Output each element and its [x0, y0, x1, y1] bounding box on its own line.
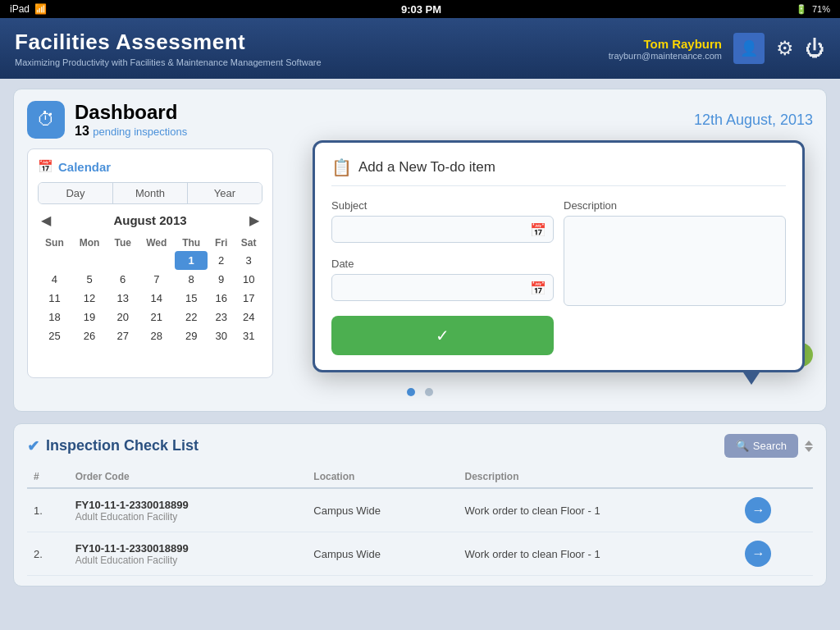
- calendar-day[interactable]: 26: [71, 326, 107, 345]
- table-row: 1. FY10-11-1-2330018899 Adult Education …: [27, 488, 813, 532]
- status-bar: iPad 📶 9:03 PM 🔋 71%: [0, 0, 840, 18]
- description-group: Description: [564, 199, 786, 306]
- pending-inspections[interactable]: 13 pending inspections: [75, 124, 187, 139]
- calendar-day[interactable]: 11: [38, 289, 71, 308]
- table-row: 2. FY10-11-1-2330018899 Adult Education …: [27, 532, 813, 576]
- calendar-day[interactable]: 12: [71, 289, 107, 308]
- row-num: 2.: [27, 532, 69, 576]
- dot-2[interactable]: [425, 388, 433, 396]
- inspection-header: ✔ Inspection Check List 🔍 Search: [27, 434, 813, 458]
- calendar-day[interactable]: 29: [175, 326, 208, 345]
- modal-form: Subject 📅 Description: [331, 199, 786, 355]
- action-cell[interactable]: →: [738, 532, 813, 576]
- tab-year[interactable]: Year: [188, 183, 262, 203]
- calendar-day[interactable]: 27: [107, 326, 138, 345]
- modal-title: 📋 Add a New To-do item: [331, 158, 786, 186]
- calendar-day[interactable]: 30: [208, 326, 235, 345]
- calendar-day[interactable]: 1: [175, 251, 208, 270]
- location-cell: Campus Wide: [307, 488, 458, 532]
- user-email: trayburn@maintenance.com: [609, 51, 722, 61]
- search-label: Search: [753, 440, 787, 452]
- calendar-day[interactable]: 22: [175, 308, 208, 326]
- calendar-day[interactable]: 18: [38, 308, 71, 326]
- subject-input-wrapper: 📅: [331, 216, 554, 243]
- calendar-day[interactable]: 13: [107, 289, 138, 308]
- calendar-day: [107, 251, 138, 270]
- device-label: iPad: [10, 3, 30, 15]
- subject-calendar-icon: 📅: [530, 221, 546, 237]
- calendar-day[interactable]: 3: [235, 251, 262, 270]
- location-cell: Campus Wide: [307, 532, 458, 576]
- calendar-day[interactable]: 20: [107, 308, 138, 326]
- calendar-grid: Sun Mon Tue Wed Thu Fri Sat 123456789101…: [38, 235, 262, 345]
- main-content: ⏱ Dashboard 13 pending inspections 12th …: [0, 79, 840, 630]
- calendar-day[interactable]: 23: [208, 308, 235, 326]
- app-header: Facilities Assessment Maximizing Product…: [0, 18, 840, 79]
- battery-icon: 🔋: [796, 4, 807, 15]
- avatar: 👤: [733, 33, 765, 64]
- col-order-code: Order Code: [69, 466, 308, 488]
- row-arrow-button[interactable]: →: [745, 541, 771, 567]
- cal-next-button[interactable]: ▶: [249, 212, 259, 228]
- calendar-title: 📅 Calendar: [38, 159, 262, 174]
- dot-1[interactable]: [407, 388, 415, 396]
- calendar-day[interactable]: 7: [138, 270, 175, 289]
- date-input-wrapper: 📅: [331, 274, 554, 301]
- calendar-day[interactable]: 5: [71, 270, 107, 289]
- col-action: [738, 466, 813, 488]
- calendar-day: [71, 251, 107, 270]
- col-num: #: [27, 466, 69, 488]
- calendar-day[interactable]: 24: [235, 308, 262, 326]
- modal-title-text: Add a New To-do item: [358, 159, 495, 176]
- calendar-icon: 📅: [38, 159, 53, 174]
- calendar-day[interactable]: 17: [235, 289, 262, 308]
- tab-month[interactable]: Month: [113, 183, 188, 203]
- cal-month-year: August 2013: [113, 213, 186, 227]
- app-title-area: Facilities Assessment Maximizing Product…: [15, 30, 322, 67]
- calendar-day[interactable]: 4: [38, 270, 71, 289]
- calendar-day[interactable]: 14: [138, 289, 175, 308]
- calendar-day[interactable]: 9: [208, 270, 235, 289]
- calendar-day[interactable]: 6: [107, 270, 138, 289]
- calendar-day[interactable]: 8: [175, 270, 208, 289]
- calendar-day[interactable]: 2: [208, 251, 235, 270]
- inspection-title-text: Inspection Check List: [46, 437, 199, 454]
- calendar-day: [138, 251, 175, 270]
- calendar-day[interactable]: 15: [175, 289, 208, 308]
- calendar-day[interactable]: 31: [235, 326, 262, 345]
- table-header: # Order Code Location Description: [27, 466, 813, 488]
- calendar-day[interactable]: 25: [38, 326, 71, 345]
- inspection-table: # Order Code Location Description 1. FY1…: [27, 466, 813, 576]
- calendar-day[interactable]: 10: [235, 270, 262, 289]
- tab-day[interactable]: Day: [39, 183, 113, 203]
- status-right: 🔋 71%: [796, 4, 830, 15]
- description-input-wrapper: [564, 216, 786, 306]
- dashboard-icon: ⏱: [27, 101, 65, 139]
- power-icon[interactable]: ⏻: [806, 37, 825, 60]
- row-num: 1.: [27, 488, 69, 532]
- calendar-day[interactable]: 19: [71, 308, 107, 326]
- date-input[interactable]: [332, 275, 553, 300]
- wifi-icon: 📶: [34, 3, 47, 15]
- col-location: Location: [307, 466, 458, 488]
- calendar-day[interactable]: 21: [138, 308, 175, 326]
- cal-header-thu: Thu: [175, 235, 208, 251]
- action-cell[interactable]: →: [738, 488, 813, 532]
- search-button[interactable]: 🔍 Search: [724, 434, 798, 458]
- subject-input[interactable]: [332, 217, 553, 242]
- app-title: Facilities Assessment: [15, 30, 322, 55]
- calendar-day[interactable]: 28: [138, 326, 175, 345]
- cal-header-tue: Tue: [107, 235, 138, 251]
- calendar-label: Calendar: [58, 160, 111, 174]
- calendar-day[interactable]: 16: [208, 289, 235, 308]
- settings-icon[interactable]: ⚙: [776, 37, 794, 60]
- sort-icon[interactable]: [805, 441, 813, 452]
- row-arrow-button[interactable]: →: [745, 497, 771, 523]
- description-input[interactable]: [564, 217, 785, 305]
- dashboard-text: Dashboard 13 pending inspections: [75, 101, 187, 139]
- order-code-cell: FY10-11-1-2330018899 Adult Education Fac…: [69, 532, 308, 576]
- cal-prev-button[interactable]: ◀: [41, 212, 51, 228]
- submit-icon: ✓: [436, 326, 450, 345]
- pending-link[interactable]: pending inspections: [93, 126, 187, 138]
- submit-button[interactable]: ✓: [331, 316, 554, 355]
